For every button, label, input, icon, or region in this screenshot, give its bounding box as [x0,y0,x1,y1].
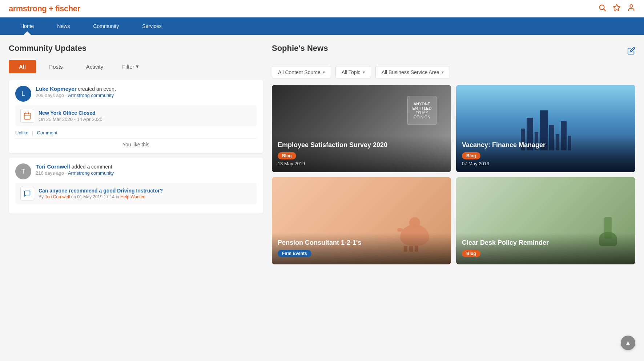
activity-user-tori[interactable]: Tori Cornwell [36,163,70,170]
news-card-3[interactable]: Pension Consultant 1-2-1's Firm Events [272,177,451,264]
activity-actions-1: Unlike | Comment [15,130,257,135]
topic-chevron-icon: ▾ [363,70,365,75]
activity-header-2: T Tori Cornwell added a comment 216 days… [15,163,257,179]
news-card-bg-2: Vacancy: Finance Manager Blog 07 May 201… [456,85,635,172]
star-icon[interactable] [613,4,621,13]
filter-topic[interactable]: All Topic ▾ [335,66,371,78]
news-card-bg-1: ANYONE ENTITLED TO MY OPINION Employee S… [272,85,451,172]
nav-bar: Home News Community Services [0,17,644,35]
news-card-1[interactable]: ANYONE ENTITLED TO MY OPINION Employee S… [272,85,451,172]
event-info-1: New York Office Closed On 25 Mar 2020 - … [39,110,102,122]
news-card-bg-4: Clear Desk Policy Reminder Blog [456,177,635,264]
news-date-1: 13 May 2019 [278,161,445,166]
nav-item-news[interactable]: News [45,17,81,35]
activity-time-2: 216 days ago · Armstrong community [36,170,114,176]
tab-posts[interactable]: Posts [39,60,73,73]
svg-rect-4 [24,113,31,119]
main-content: Community Updates All Posts Activity Fil… [0,35,644,264]
user-icon[interactable] [627,4,635,13]
nav-item-community[interactable]: Community [81,17,130,35]
news-card-2[interactable]: Vacancy: Finance Manager Blog 07 May 201… [456,85,635,172]
news-card-overlay-3: Pension Consultant 1-2-1's Firm Events [272,233,451,264]
news-filters: All Content Source ▾ All Topic ▾ All Bus… [272,66,635,78]
nav-item-services[interactable]: Services [130,17,173,35]
activity-meta-1: Luke Kopmeyer created an event 209 days … [36,86,116,98]
event-date-1: On 25 Mar 2020 - 14 Apr 2020 [39,117,102,122]
post-card-1[interactable]: Can anyone recommend a good Driving Inst… [15,183,257,204]
activity-action-1: created an event [78,86,116,92]
topic-label: All Topic [342,69,361,75]
filter-label: Filter [122,64,134,70]
logo: armstrong + fischer [9,4,80,13]
you-like-1: You like this [15,138,257,147]
news-card-title-3: Pension Consultant 1-2-1's [278,239,445,247]
filter-business-service-area[interactable]: All Business Service Area ▾ [375,66,450,78]
news-card-overlay-4: Clear Desk Policy Reminder Blog [456,233,635,264]
news-card-title-2: Vacancy: Finance Manager [462,141,629,149]
content-source-label: All Content Source [278,69,321,75]
activity-time-1: 209 days ago · Armstrong community [36,93,116,98]
sophies-news-title: Sophie's News [272,44,328,53]
right-header: Sophie's News [272,44,635,60]
news-card-4[interactable]: Clear Desk Policy Reminder Blog [456,177,635,264]
news-card-overlay-1: Employee Satisfaction Survey 2020 Blog 1… [272,135,451,172]
search-icon[interactable] [598,4,606,13]
filter-chevron-icon: ▾ [136,63,139,70]
news-badge-3: Firm Events [278,250,311,257]
post-by-user[interactable]: Tori Cornwell [45,194,70,199]
tab-filter[interactable]: Filter ▾ [116,60,144,73]
right-panel: Sophie's News All Content Source ▾ All T… [272,44,635,264]
post-icon-1 [20,187,34,200]
filter-content-source[interactable]: All Content Source ▾ [272,66,331,78]
business-chevron-icon: ▾ [442,70,444,75]
filter-tabs: All Posts Activity Filter ▾ [9,60,263,73]
news-badge-1: Blog [278,152,296,159]
news-card-overlay-2: Vacancy: Finance Manager Blog 07 May 201… [456,135,635,172]
event-title-1[interactable]: New York Office Closed [39,110,102,116]
svg-line-1 [604,9,605,11]
post-category[interactable]: Help Wanted [120,194,145,199]
post-info-1: Can anyone recommend a good Driving Inst… [39,188,163,199]
news-date-2: 07 May 2019 [462,161,629,166]
header: armstrong + fischer [0,0,644,17]
news-badge-2: Blog [462,152,480,159]
event-card-1[interactable]: New York Office Closed On 25 Mar 2020 - … [15,105,257,126]
header-icons [598,4,635,13]
svg-point-3 [630,5,632,7]
avatar-tori: T [15,163,31,179]
post-meta-1: By Tori Cornwell on 01 May 2019 17:14 in… [39,194,163,199]
logo-plus: + [49,4,53,13]
svg-marker-2 [613,4,620,11]
content-source-chevron-icon: ▾ [323,70,325,75]
unlike-button[interactable]: Unlike [15,130,28,135]
calendar-icon [20,109,34,123]
news-badge-4: Blog [462,250,480,257]
logo-text-after: fischer [53,4,80,13]
news-card-title-1: Employee Satisfaction Survey 2020 [278,141,445,149]
news-card-title-4: Clear Desk Policy Reminder [462,239,629,247]
business-service-label: All Business Service Area [382,69,440,75]
community-updates-title: Community Updates [9,44,263,53]
activity-action-2: added a comment [72,164,112,170]
tab-activity[interactable]: Activity [76,60,114,73]
edit-icon[interactable] [627,47,635,57]
activity-card-1: L Luke Kopmeyer created an event 209 day… [9,80,263,153]
nav-item-home[interactable]: Home [9,17,45,35]
activity-header-1: L Luke Kopmeyer created an event 209 day… [15,86,257,102]
avatar-luke: L [15,86,31,102]
activity-card-2: T Tori Cornwell added a comment 216 days… [9,158,263,214]
activity-user-luke[interactable]: Luke Kopmeyer [36,86,77,92]
tab-all[interactable]: All [9,60,36,73]
comment-button[interactable]: Comment [37,130,57,135]
news-grid: ANYONE ENTITLED TO MY OPINION Employee S… [272,85,635,264]
post-title-1[interactable]: Can anyone recommend a good Driving Inst… [39,188,163,194]
divider-1: | [32,130,33,135]
left-panel: Community Updates All Posts Activity Fil… [9,44,263,264]
news-card-bg-3: Pension Consultant 1-2-1's Firm Events [272,177,451,264]
logo-text-before: armstrong [9,4,49,13]
activity-meta-2: Tori Cornwell added a comment 216 days a… [36,163,114,176]
